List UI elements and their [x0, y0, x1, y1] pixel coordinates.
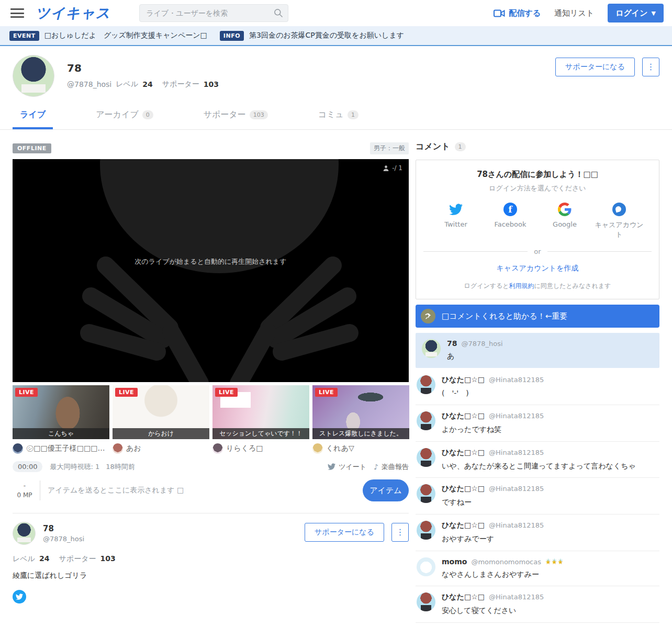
become-supporter-button[interactable]: サポーターになる: [555, 58, 635, 76]
profile-card: 78 @7878_hosi サポーターになる ⋮ レベル 24 サポーター 10…: [13, 522, 409, 603]
related-thumbnail[interactable]: LIVE こんちゃ: [13, 385, 109, 439]
profile-avatar[interactable]: [13, 522, 36, 545]
tab-archive-count: 0: [142, 110, 153, 119]
app-header: ツイキャス 配信する 通知リスト ログイン ▼: [0, 0, 672, 26]
tab-archive[interactable]: アーカイブ 0: [88, 104, 161, 129]
related-live-item: LIVE こんちゃ ㋛□□優王子様□□□□コン…: [13, 385, 109, 454]
twitter-icon: [328, 463, 335, 470]
avatar: [417, 593, 435, 611]
more-menu-button[interactable]: ⋮: [391, 523, 409, 542]
tab-community-count: 1: [348, 110, 359, 119]
tab-community[interactable]: コミュ 1: [311, 104, 366, 129]
twitter-profile-icon[interactable]: [13, 590, 26, 603]
related-thumbnail[interactable]: LIVE セッションしてゃいです！！: [212, 385, 309, 439]
twitter-icon: [449, 203, 463, 216]
supporters-label: サポーター: [162, 80, 199, 89]
tab-live-label: ライブ: [20, 109, 46, 120]
terms-post: に同意したとみなされます: [534, 282, 611, 289]
facebook-icon: f: [503, 203, 517, 216]
related-user[interactable]: くれあ▽: [312, 443, 409, 454]
comment-item[interactable]: ひなた□☆□@Hinata812185 いや、あなたが来るとこ間違ってますよって…: [416, 442, 659, 478]
avatar: [13, 443, 23, 454]
avatar: [417, 411, 435, 430]
tab-supporter-count: 103: [250, 110, 268, 119]
menu-icon[interactable]: [10, 8, 24, 18]
comments-title: コメント: [416, 141, 450, 152]
related-caption: からおけ: [113, 428, 209, 439]
more-menu-button[interactable]: ⋮: [642, 58, 659, 76]
event-link[interactable]: □おしゅしだよ グッズ制作支援キャンペーン□: [44, 31, 207, 40]
comment-item[interactable]: 78@7878_hosi あ: [416, 333, 659, 368]
supporters-value: 103: [204, 80, 219, 88]
live-badge: LIVE: [115, 388, 138, 397]
search-icon[interactable]: [273, 8, 284, 18]
cas-account-icon: [612, 203, 626, 216]
related-user[interactable]: りらくろ□: [212, 443, 309, 454]
related-user[interactable]: あお: [113, 443, 209, 454]
profile-header: 78 @7878_hosi レベル 24 サポーター 103 サポーターになる …: [0, 46, 672, 97]
viewer-count: -/ 1: [383, 164, 402, 172]
related-live-item: LIVE からおけ あお: [113, 385, 209, 454]
search-input[interactable]: [139, 4, 288, 22]
level-value: 24: [39, 554, 49, 564]
related-caption: ストレス爆散しにきました。: [312, 428, 409, 439]
level-label: レベル: [116, 80, 138, 89]
avatar: [417, 557, 435, 576]
item-button[interactable]: アイテム: [363, 479, 409, 501]
or-label: or: [534, 248, 541, 255]
comment-item[interactable]: ひなた□☆□@Hinata812185 よかったですね笑: [416, 405, 659, 442]
app-logo[interactable]: ツイキャス: [36, 4, 110, 23]
related-live-item: LIVE セッションしてゃいです！！ りらくろ□: [212, 385, 309, 454]
related-live-item: LIVE ストレス爆散しにきました。 くれあ▽: [312, 385, 409, 454]
mp-dash: -: [13, 481, 37, 490]
related-user[interactable]: ㋛□□優王子様□□□□コン…: [13, 443, 109, 454]
related-user-name: ㋛□□優王子様□□□□コン…: [26, 444, 109, 453]
related-thumbnail[interactable]: LIVE ストレス爆散しにきました。: [312, 385, 409, 439]
comment-item[interactable]: ひなた□☆□@Hinata812185 おやすみでーす: [416, 515, 659, 551]
comment-item[interactable]: momo@momonomomocas★★★ なやさんしまさんおやすみー: [416, 551, 659, 587]
profile-bio: 綾鷹に選ばれしゴリラ: [13, 571, 409, 580]
create-account-link[interactable]: キャスアカウントを作成: [423, 264, 652, 273]
broadcast-link[interactable]: 配信する: [494, 8, 541, 18]
login-cas-account-button[interactable]: キャスアカウント: [593, 203, 645, 239]
video-player[interactable]: -/ 1 次のライブが始まると自動的に再生開始されます: [13, 159, 409, 382]
related-user-name: あお: [126, 444, 141, 453]
related-thumbnail[interactable]: LIVE からおけ: [113, 385, 209, 439]
login-facebook-button[interactable]: f Facebook: [484, 203, 536, 239]
level-value: 24: [142, 80, 152, 88]
login-button[interactable]: ログイン ▼: [608, 4, 664, 23]
provider-label: キャスアカウント: [593, 220, 645, 239]
comment-item[interactable]: ひなた□☆□@Hinata812185 ですねー: [416, 478, 659, 515]
mp-value: 0 MP: [13, 490, 37, 500]
related-lives: LIVE こんちゃ ㋛□□優王子様□□□□コン… LIVE からおけ: [13, 385, 409, 454]
become-supporter-button[interactable]: サポーターになる: [305, 523, 384, 542]
avatar: [113, 443, 123, 454]
item-bar: - 0 MP アイテムを送るとここに表示されます □ アイテム: [13, 478, 409, 502]
info-link[interactable]: 第3回金のお茶爆CP賞金の受取をお願いします: [249, 31, 404, 40]
live-badge: LIVE: [315, 388, 338, 397]
tab-supporter[interactable]: サポーター 103: [196, 104, 275, 129]
music-report-link[interactable]: 楽曲報告: [382, 462, 409, 472]
comment-item[interactable]: ひなた□☆□@Hinata812185 安心して寝てください: [416, 586, 659, 623]
provider-label: Facebook: [494, 220, 526, 228]
comment-item[interactable]: 野生のぱゆぽる@popo__xo★★★ 好みじゃん、！！タイプじゃん、！: [416, 623, 659, 626]
profile-avatar[interactable]: [13, 55, 54, 97]
login-title: 78さんの配信に参加しよう！□□: [423, 170, 652, 180]
comment-item[interactable]: ひなた□☆□@Hinata812185 ( '-' ): [416, 369, 659, 406]
notify-list-link[interactable]: 通知リスト: [554, 8, 594, 18]
mascot-silhouette: [13, 159, 409, 382]
login-label: ログイン: [615, 8, 647, 18]
tweet-button[interactable]: ツイート: [339, 462, 366, 472]
person-icon: [383, 165, 389, 172]
tab-community-label: コミュ: [318, 109, 344, 120]
login-google-button[interactable]: Google: [539, 203, 591, 239]
tab-live[interactable]: ライブ: [13, 104, 53, 129]
category-tag[interactable]: 男子：一般: [370, 142, 409, 154]
login-twitter-button[interactable]: Twitter: [430, 203, 482, 239]
stream-stats: 00:00 最大同時視聴: 1 18時間前 ツイート ♪ 楽曲報告: [13, 461, 409, 472]
avatar: [422, 339, 441, 358]
pinned-comment[interactable]: □コメントくれると助かる！←重要: [416, 305, 659, 328]
terms-link[interactable]: 利用規約: [509, 282, 534, 289]
offline-badge: OFFLINE: [13, 143, 51, 153]
avatar: [312, 443, 323, 454]
